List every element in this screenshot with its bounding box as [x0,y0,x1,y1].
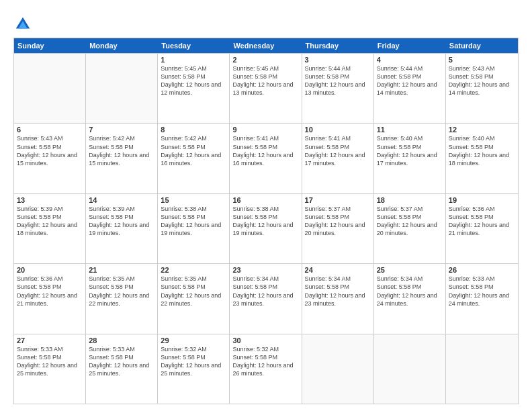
logo-icon [13,15,32,34]
day-number: 7 [89,126,154,134]
day-number: 9 [232,126,298,134]
day-info: Sunrise: 5:42 AM Sunset: 5:58 PM Dayligh… [161,135,221,166]
day-number: 22 [161,266,226,274]
day-cell-25: 25Sunrise: 5:34 AM Sunset: 5:58 PM Dayli… [374,264,446,333]
header-day-sunday: Sunday [14,38,86,53]
day-info: Sunrise: 5:34 AM Sunset: 5:58 PM Dayligh… [305,275,365,306]
day-number: 17 [305,196,371,204]
day-cell-16: 16Sunrise: 5:38 AM Sunset: 5:58 PM Dayli… [230,194,302,263]
day-cell-3: 3Sunrise: 5:44 AM Sunset: 5:58 PM Daylig… [302,54,374,123]
day-info: Sunrise: 5:34 AM Sunset: 5:58 PM Dayligh… [377,275,437,306]
day-info: Sunrise: 5:45 AM Sunset: 5:58 PM Dayligh… [232,65,293,96]
header-day-monday: Monday [86,38,158,53]
day-info: Sunrise: 5:40 AM Sunset: 5:58 PM Dayligh… [449,135,509,166]
day-cell-7: 7Sunrise: 5:42 AM Sunset: 5:58 PM Daylig… [86,124,158,193]
day-number: 4 [377,56,443,64]
day-info: Sunrise: 5:32 AM Sunset: 5:58 PM Dayligh… [161,346,221,377]
header-day-saturday: Saturday [446,38,518,53]
empty-cell [446,334,518,404]
day-number: 11 [377,126,443,134]
page: SundayMondayTuesdayWednesdayThursdayFrid… [0,0,532,411]
header-day-wednesday: Wednesday [230,38,302,53]
day-info: Sunrise: 5:39 AM Sunset: 5:58 PM Dayligh… [89,205,149,236]
day-number: 29 [161,336,226,345]
day-cell-23: 23Sunrise: 5:34 AM Sunset: 5:58 PM Dayli… [230,264,302,333]
day-info: Sunrise: 5:39 AM Sunset: 5:58 PM Dayligh… [17,205,77,236]
day-number: 3 [305,56,371,64]
day-number: 20 [17,266,83,274]
empty-cell [86,54,158,123]
day-cell-6: 6Sunrise: 5:43 AM Sunset: 5:58 PM Daylig… [14,124,86,193]
day-cell-24: 24Sunrise: 5:34 AM Sunset: 5:58 PM Dayli… [302,264,374,333]
empty-cell [14,54,86,123]
day-cell-28: 28Sunrise: 5:33 AM Sunset: 5:58 PM Dayli… [86,334,158,404]
day-number: 28 [89,336,154,345]
day-cell-30: 30Sunrise: 5:32 AM Sunset: 5:58 PM Dayli… [230,334,302,404]
header-day-thursday: Thursday [302,38,374,53]
day-number: 26 [449,266,515,274]
day-cell-17: 17Sunrise: 5:37 AM Sunset: 5:58 PM Dayli… [302,194,374,263]
day-cell-27: 27Sunrise: 5:33 AM Sunset: 5:58 PM Dayli… [14,334,86,404]
day-info: Sunrise: 5:33 AM Sunset: 5:58 PM Dayligh… [17,346,77,377]
day-number: 25 [377,266,443,274]
day-cell-19: 19Sunrise: 5:36 AM Sunset: 5:58 PM Dayli… [446,194,518,263]
day-cell-2: 2Sunrise: 5:45 AM Sunset: 5:58 PM Daylig… [230,54,302,123]
day-info: Sunrise: 5:42 AM Sunset: 5:58 PM Dayligh… [89,135,149,166]
day-number: 2 [232,56,298,64]
day-number: 14 [89,196,154,204]
day-number: 8 [161,126,226,134]
day-info: Sunrise: 5:37 AM Sunset: 5:58 PM Dayligh… [305,205,365,236]
day-info: Sunrise: 5:45 AM Sunset: 5:58 PM Dayligh… [161,65,221,96]
calendar: SundayMondayTuesdayWednesdayThursdayFrid… [13,38,519,404]
day-cell-1: 1Sunrise: 5:45 AM Sunset: 5:58 PM Daylig… [158,54,230,123]
day-info: Sunrise: 5:44 AM Sunset: 5:58 PM Dayligh… [377,65,437,96]
day-number: 19 [449,196,515,204]
day-cell-21: 21Sunrise: 5:35 AM Sunset: 5:58 PM Dayli… [86,264,158,333]
header-day-friday: Friday [374,38,446,53]
day-info: Sunrise: 5:43 AM Sunset: 5:58 PM Dayligh… [17,135,77,166]
day-number: 13 [17,196,83,204]
empty-cell [302,334,374,404]
day-cell-22: 22Sunrise: 5:35 AM Sunset: 5:58 PM Dayli… [158,264,230,333]
day-info: Sunrise: 5:33 AM Sunset: 5:58 PM Dayligh… [449,275,509,306]
day-info: Sunrise: 5:41 AM Sunset: 5:58 PM Dayligh… [232,135,293,166]
day-cell-5: 5Sunrise: 5:43 AM Sunset: 5:58 PM Daylig… [446,54,518,123]
day-cell-18: 18Sunrise: 5:37 AM Sunset: 5:58 PM Dayli… [374,194,446,263]
day-cell-26: 26Sunrise: 5:33 AM Sunset: 5:58 PM Dayli… [446,264,518,333]
day-info: Sunrise: 5:38 AM Sunset: 5:58 PM Dayligh… [161,205,221,236]
day-info: Sunrise: 5:35 AM Sunset: 5:58 PM Dayligh… [89,275,149,306]
logo [13,15,35,34]
day-info: Sunrise: 5:33 AM Sunset: 5:58 PM Dayligh… [89,346,149,377]
day-number: 23 [232,266,298,274]
day-cell-8: 8Sunrise: 5:42 AM Sunset: 5:58 PM Daylig… [158,124,230,193]
day-info: Sunrise: 5:43 AM Sunset: 5:58 PM Dayligh… [449,65,509,96]
day-number: 6 [17,126,83,134]
day-cell-9: 9Sunrise: 5:41 AM Sunset: 5:58 PM Daylig… [230,124,302,193]
day-cell-29: 29Sunrise: 5:32 AM Sunset: 5:58 PM Dayli… [158,334,230,404]
day-info: Sunrise: 5:37 AM Sunset: 5:58 PM Dayligh… [377,205,437,236]
day-cell-4: 4Sunrise: 5:44 AM Sunset: 5:58 PM Daylig… [374,54,446,123]
day-cell-13: 13Sunrise: 5:39 AM Sunset: 5:58 PM Dayli… [14,194,86,263]
day-info: Sunrise: 5:38 AM Sunset: 5:58 PM Dayligh… [232,205,293,236]
day-info: Sunrise: 5:32 AM Sunset: 5:58 PM Dayligh… [232,346,293,377]
day-number: 12 [449,126,515,134]
day-info: Sunrise: 5:40 AM Sunset: 5:58 PM Dayligh… [377,135,437,166]
day-number: 27 [17,336,83,345]
day-cell-12: 12Sunrise: 5:40 AM Sunset: 5:58 PM Dayli… [446,124,518,193]
day-cell-10: 10Sunrise: 5:41 AM Sunset: 5:58 PM Dayli… [302,124,374,193]
day-info: Sunrise: 5:36 AM Sunset: 5:58 PM Dayligh… [17,275,77,306]
day-cell-15: 15Sunrise: 5:38 AM Sunset: 5:58 PM Dayli… [158,194,230,263]
day-number: 18 [377,196,443,204]
day-number: 16 [232,196,298,204]
day-cell-11: 11Sunrise: 5:40 AM Sunset: 5:58 PM Dayli… [374,124,446,193]
header-day-tuesday: Tuesday [158,38,230,53]
day-number: 1 [161,56,226,64]
calendar-header: SundayMondayTuesdayWednesdayThursdayFrid… [14,38,518,53]
calendar-row-5: 27Sunrise: 5:33 AM Sunset: 5:58 PM Dayli… [14,334,518,404]
day-info: Sunrise: 5:34 AM Sunset: 5:58 PM Dayligh… [232,275,293,306]
day-number: 15 [161,196,226,204]
calendar-row-1: 1Sunrise: 5:45 AM Sunset: 5:58 PM Daylig… [14,53,518,123]
day-cell-14: 14Sunrise: 5:39 AM Sunset: 5:58 PM Dayli… [86,194,158,263]
header [13,12,519,34]
empty-cell [374,334,446,404]
